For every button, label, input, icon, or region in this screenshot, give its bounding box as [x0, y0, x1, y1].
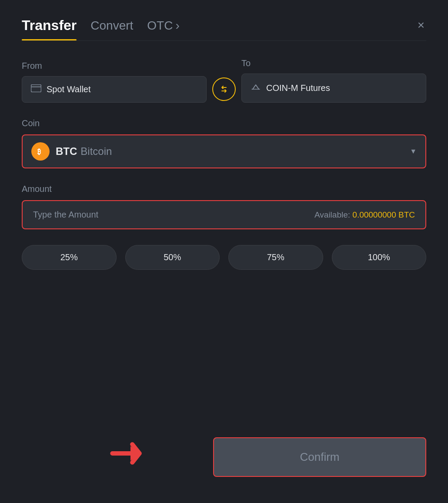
coin-symbol: BTC — [56, 145, 77, 158]
svg-text:₿: ₿ — [37, 148, 41, 155]
chevron-down-icon: ▼ — [410, 148, 417, 155]
btc-icon: ₿ — [31, 142, 50, 161]
tab-transfer[interactable]: Transfer — [22, 17, 77, 40]
to-wallet-name: COIN-M Futures — [266, 83, 330, 93]
confirm-section: Confirm — [22, 437, 426, 477]
to-wallet-select[interactable]: COIN-M Futures — [241, 74, 426, 103]
amount-input[interactable] — [33, 210, 308, 220]
transfer-modal: Transfer Convert OTC › × From — [0, 0, 448, 503]
from-label: From — [22, 61, 207, 71]
from-group: From Spot Wallet — [22, 61, 207, 103]
amount-label: Amount — [22, 184, 426, 194]
modal-header: Transfer Convert OTC › × — [22, 17, 426, 40]
pct-50-button[interactable]: 50% — [125, 245, 220, 270]
svg-rect-1 — [31, 86, 41, 87]
futures-icon — [251, 82, 261, 94]
tab-convert[interactable]: Convert — [90, 19, 133, 40]
amount-input-container: Available: 0.00000000 BTC — [22, 200, 426, 229]
close-button[interactable]: × — [416, 17, 426, 33]
pct-75-button[interactable]: 75% — [228, 245, 323, 270]
swap-button[interactable] — [212, 77, 236, 101]
from-wallet-select[interactable]: Spot Wallet — [22, 76, 207, 103]
available-value: 0.00000000 BTC — [352, 210, 415, 219]
coin-select[interactable]: ₿ BTC Bitcoin ▼ — [22, 134, 426, 168]
percentage-row: 25% 50% 75% 100% — [22, 245, 426, 270]
available-label: Available: 0.00000000 BTC — [314, 210, 415, 220]
pct-25-button[interactable]: 25% — [22, 245, 117, 270]
to-group: To COIN-M Futures — [241, 58, 426, 103]
confirm-button[interactable]: Confirm — [213, 437, 426, 477]
coin-section: Coin ₿ BTC Bitcoin ▼ — [22, 118, 426, 168]
from-wallet-name: Spot Wallet — [47, 84, 91, 94]
wallet-icon — [31, 84, 41, 94]
swap-container — [207, 77, 241, 103]
to-label: To — [241, 58, 426, 68]
arrow-indicator — [109, 436, 152, 473]
chevron-right-icon: › — [175, 19, 179, 33]
svg-rect-0 — [31, 85, 41, 92]
header-divider — [22, 40, 426, 41]
coin-name: Bitcoin — [80, 145, 112, 158]
tab-otc[interactable]: OTC › — [147, 19, 179, 40]
from-to-section: From Spot Wallet — [22, 58, 426, 103]
coin-label: Coin — [22, 118, 426, 128]
amount-section: Amount Available: 0.00000000 BTC — [22, 184, 426, 229]
pct-100-button[interactable]: 100% — [332, 245, 427, 270]
